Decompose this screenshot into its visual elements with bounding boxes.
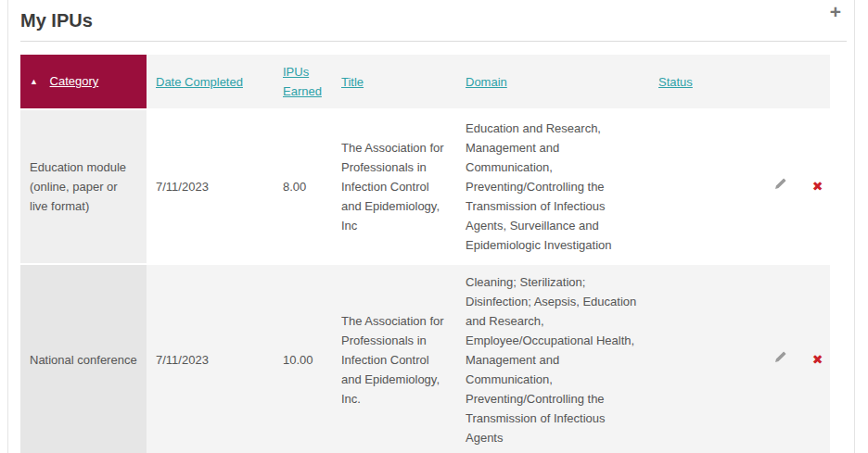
sort-status-link[interactable]: Status	[658, 75, 693, 89]
sort-category-link[interactable]: Category	[50, 74, 99, 88]
sort-title-link[interactable]: Title	[341, 75, 364, 89]
cell-domain: Education and Research, Management and C…	[456, 110, 649, 265]
table-row: National conference 7/11/2023 10.00 The …	[20, 265, 830, 453]
cell-title: The Association for Professionals in Inf…	[332, 265, 456, 453]
cell-title: The Association for Professionals in Inf…	[332, 110, 456, 265]
column-header-category: ▲ Category	[20, 55, 147, 110]
cell-ipus-earned: 10.00	[274, 265, 332, 453]
column-header-ipus-earned: IPUs Earned	[274, 55, 332, 110]
page-title: My IPUs	[20, 9, 847, 31]
column-header-delete	[805, 55, 830, 110]
cell-status	[649, 265, 756, 453]
panel-header: My IPUs +	[20, 0, 847, 31]
cell-date-completed: 7/11/2023	[147, 265, 274, 453]
column-header-date-completed: Date Completed	[147, 55, 274, 110]
sort-ipus-earned-link[interactable]: IPUs Earned	[283, 65, 322, 98]
delete-x-icon[interactable]: ✖	[812, 352, 823, 367]
ipu-table: ▲ Category Date Completed IPUs Earned Ti…	[20, 55, 830, 453]
header-divider	[20, 41, 847, 42]
edit-pencil-icon[interactable]	[773, 350, 787, 364]
sort-ascending-icon: ▲	[30, 77, 38, 86]
cell-edit	[756, 110, 805, 265]
column-header-status: Status	[649, 55, 756, 110]
column-header-edit	[756, 55, 805, 110]
cell-date-completed: 7/11/2023	[147, 110, 274, 265]
delete-x-icon[interactable]: ✖	[812, 179, 823, 194]
cell-edit	[756, 265, 805, 453]
cell-category: Education module (online, paper or live …	[20, 110, 147, 265]
cell-ipus-earned: 8.00	[274, 110, 332, 265]
cell-status	[649, 110, 756, 265]
table-row: Education module (online, paper or live …	[20, 110, 830, 265]
sort-domain-link[interactable]: Domain	[466, 75, 507, 89]
sort-date-completed-link[interactable]: Date Completed	[156, 75, 243, 89]
edit-pencil-icon[interactable]	[773, 177, 787, 191]
my-ipus-panel: My IPUs + ▲ Category Date Completed	[7, 0, 855, 453]
add-ipu-button[interactable]: +	[830, 0, 841, 24]
column-header-domain: Domain	[456, 55, 649, 110]
table-header-row: ▲ Category Date Completed IPUs Earned Ti…	[20, 55, 830, 110]
cell-delete: ✖	[805, 110, 830, 265]
cell-delete: ✖	[805, 265, 830, 453]
cell-category: National conference	[20, 265, 147, 453]
cell-domain: Cleaning; Sterilization; Disinfection; A…	[456, 265, 649, 453]
column-header-title: Title	[332, 55, 456, 110]
